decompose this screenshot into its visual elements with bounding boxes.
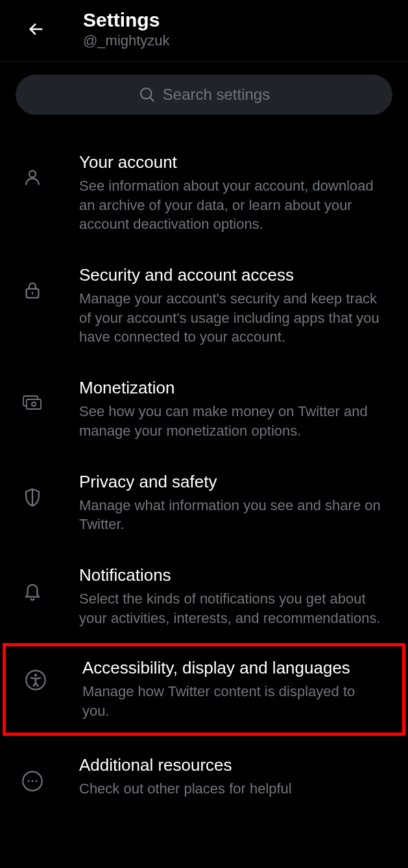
shield-icon <box>19 487 45 508</box>
search-container: Search settings <box>0 62 408 123</box>
svg-point-1 <box>141 88 151 99</box>
user-icon <box>19 168 45 187</box>
page-subtitle: @_mightyzuk <box>83 32 170 49</box>
settings-item-title: Accessibility, display and languages <box>82 658 380 678</box>
svg-point-3 <box>29 170 36 177</box>
settings-item-notifications[interactable]: Notifications Select the kinds of notifi… <box>0 550 408 643</box>
bell-icon <box>19 581 45 602</box>
settings-item-your-account[interactable]: Your account See information about your … <box>0 137 408 250</box>
settings-item-desc: Select the kinds of notifications you ge… <box>79 589 386 628</box>
settings-item-desc: Manage your account's security and keep … <box>79 289 386 347</box>
highlighted-item-box: Accessibility, display and languages Man… <box>3 643 405 735</box>
settings-item-desc: Manage what information you see and shar… <box>79 496 386 534</box>
settings-item-desc: Manage how Twitter content is displayed … <box>82 682 380 720</box>
settings-item-title: Notifications <box>79 565 386 585</box>
header-titles: Settings @_mightyzuk <box>83 9 170 49</box>
accessibility-icon <box>23 670 49 690</box>
search-icon <box>138 86 156 104</box>
header: Settings @_mightyzuk <box>0 0 408 62</box>
settings-item-accessibility-display-and-languages[interactable]: Accessibility, display and languages Man… <box>6 646 402 732</box>
more-icon <box>19 771 45 792</box>
money-icon <box>19 393 45 412</box>
settings-item-title: Monetization <box>79 378 386 398</box>
settings-item-monetization[interactable]: Monetization See how you can make money … <box>0 362 408 456</box>
page-title: Settings <box>83 9 170 31</box>
svg-point-15 <box>36 780 38 782</box>
back-arrow-icon <box>27 20 45 38</box>
back-button[interactable] <box>23 16 49 42</box>
lock-icon <box>19 281 45 300</box>
settings-item-security-and-account-access[interactable]: Security and account access Manage your … <box>0 250 408 362</box>
search-placeholder: Search settings <box>163 86 270 104</box>
settings-item-title: Privacy and safety <box>79 472 386 492</box>
settings-item-additional-resources[interactable]: Additional resources Check out other pla… <box>0 740 408 814</box>
settings-item-desc: Check out other places for helpful <box>79 779 386 799</box>
settings-item-desc: See how you can make money on Twitter an… <box>79 402 386 440</box>
settings-item-desc: See information about your account, down… <box>79 176 386 234</box>
svg-point-14 <box>32 780 34 782</box>
svg-rect-7 <box>27 399 41 409</box>
settings-item-privacy-and-safety[interactable]: Privacy and safety Manage what informati… <box>0 456 408 550</box>
svg-point-11 <box>34 674 37 677</box>
svg-line-2 <box>150 97 154 101</box>
settings-item-title: Your account <box>79 152 386 172</box>
settings-item-title: Additional resources <box>79 755 386 775</box>
settings-item-title: Security and account access <box>79 265 386 285</box>
search-input[interactable]: Search settings <box>16 75 392 115</box>
settings-list: Your account See information about your … <box>0 123 408 814</box>
svg-point-13 <box>28 780 30 782</box>
